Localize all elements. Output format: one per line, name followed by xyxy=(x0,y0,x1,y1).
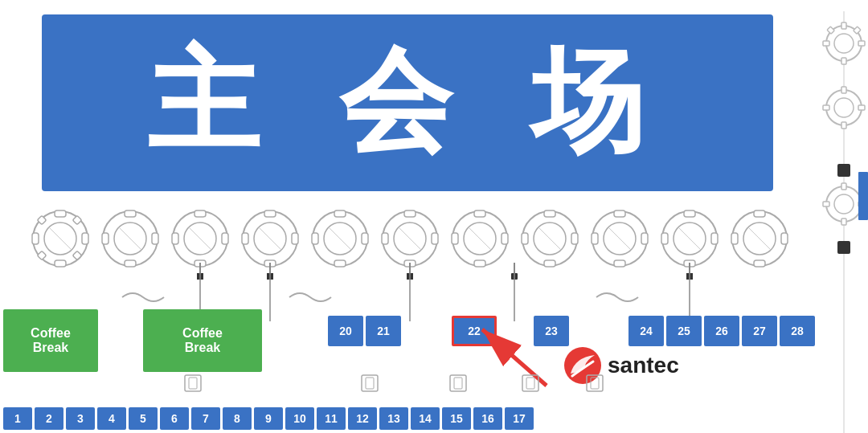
svg-rect-28 xyxy=(55,260,66,267)
svg-rect-55 xyxy=(292,233,298,244)
svg-rect-88 xyxy=(614,260,625,267)
booth-27[interactable]: 27 xyxy=(742,316,777,346)
round-tables-row: // Rendered inline below xyxy=(24,202,804,275)
booth-7[interactable]: 7 xyxy=(191,407,220,430)
svg-rect-15 xyxy=(837,164,850,177)
svg-rect-76 xyxy=(502,233,508,244)
booth-28[interactable]: 28 xyxy=(780,316,815,346)
svg-rect-13 xyxy=(858,105,865,110)
booth-10[interactable]: 10 xyxy=(285,407,314,430)
booth-16[interactable]: 16 xyxy=(473,407,502,430)
svg-rect-39 xyxy=(125,260,136,267)
svg-rect-89 xyxy=(592,233,598,244)
booth-25[interactable]: 25 xyxy=(666,316,702,346)
svg-rect-62 xyxy=(362,233,368,244)
svg-rect-61 xyxy=(312,233,318,244)
svg-rect-132 xyxy=(591,378,599,389)
svg-point-17 xyxy=(834,194,854,214)
svg-rect-60 xyxy=(334,260,346,267)
svg-rect-124 xyxy=(189,378,197,389)
main-hall-label: 主 会 场 xyxy=(147,27,668,179)
coffee-break-box-2: CoffeeBreak xyxy=(143,309,262,372)
svg-rect-90 xyxy=(641,233,648,244)
svg-rect-69 xyxy=(432,233,438,244)
booth-24[interactable]: 24 xyxy=(628,316,664,346)
svg-rect-74 xyxy=(474,260,485,267)
svg-rect-83 xyxy=(571,233,578,244)
booth-26[interactable]: 26 xyxy=(704,316,739,346)
svg-rect-40 xyxy=(102,233,108,244)
coffee-break-box-1: CoffeeBreak xyxy=(3,309,98,372)
svg-rect-59 xyxy=(334,210,346,217)
right-side-furniture xyxy=(820,11,868,433)
connectors xyxy=(24,273,804,321)
booth-1[interactable]: 1 xyxy=(3,407,32,430)
booth-23[interactable]: 23 xyxy=(534,316,569,346)
svg-rect-103 xyxy=(731,233,738,244)
svg-rect-29 xyxy=(32,233,39,244)
booth-4[interactable]: 4 xyxy=(97,407,126,430)
svg-rect-96 xyxy=(661,233,668,244)
svg-rect-128 xyxy=(454,378,462,389)
svg-rect-130 xyxy=(526,378,534,389)
svg-rect-75 xyxy=(452,233,458,244)
svg-rect-80 xyxy=(544,210,555,217)
svg-rect-82 xyxy=(522,233,528,244)
svg-rect-52 xyxy=(264,210,276,217)
svg-rect-12 xyxy=(841,122,846,129)
booth-14[interactable]: 14 xyxy=(411,407,440,430)
svg-rect-4 xyxy=(841,58,846,64)
svg-rect-102 xyxy=(754,260,765,267)
booth-9[interactable]: 9 xyxy=(254,407,283,430)
svg-rect-97 xyxy=(711,233,718,244)
svg-rect-19 xyxy=(841,219,846,225)
booth-12[interactable]: 12 xyxy=(348,407,377,430)
svg-rect-101 xyxy=(754,210,765,217)
lower-furniture xyxy=(24,371,619,395)
svg-rect-126 xyxy=(366,378,374,389)
svg-rect-30 xyxy=(82,233,88,244)
svg-rect-104 xyxy=(781,233,788,244)
coffee-break-label-2: CoffeeBreak xyxy=(182,326,223,355)
svg-rect-87 xyxy=(614,210,625,217)
svg-rect-23 xyxy=(858,172,868,220)
svg-rect-14 xyxy=(823,105,829,110)
svg-rect-41 xyxy=(152,233,158,244)
booth-13[interactable]: 13 xyxy=(379,407,408,430)
svg-point-10 xyxy=(834,98,854,117)
svg-rect-66 xyxy=(404,210,416,217)
svg-rect-47 xyxy=(172,233,178,244)
booth-22[interactable]: 22 xyxy=(452,316,497,346)
bottom-booths-row: 1 2 3 4 5 6 7 8 9 10 11 12 13 14 15 16 1… xyxy=(3,407,534,430)
svg-rect-68 xyxy=(382,233,388,244)
svg-rect-45 xyxy=(194,210,206,217)
coffee-break-label-1: CoffeeBreak xyxy=(31,326,71,355)
booth-3[interactable]: 3 xyxy=(66,407,95,430)
booth-8[interactable]: 8 xyxy=(223,407,252,430)
svg-rect-38 xyxy=(125,210,136,217)
svg-rect-27 xyxy=(55,210,66,217)
booth-15[interactable]: 15 xyxy=(442,407,471,430)
svg-rect-73 xyxy=(474,210,485,217)
booth-2[interactable]: 2 xyxy=(35,407,63,430)
booth-20[interactable]: 20 xyxy=(328,316,363,346)
booth-11[interactable]: 11 xyxy=(317,407,346,430)
svg-rect-6 xyxy=(823,41,829,46)
svg-rect-11 xyxy=(841,87,846,93)
main-hall-banner: 主 会 场 xyxy=(42,14,773,191)
svg-rect-5 xyxy=(858,41,865,46)
svg-rect-21 xyxy=(823,202,829,206)
booth-21[interactable]: 21 xyxy=(366,316,401,346)
svg-rect-22 xyxy=(837,241,850,254)
booth-5[interactable]: 5 xyxy=(129,407,158,430)
svg-point-2 xyxy=(834,34,854,53)
floor-plan: 主 会 场 xyxy=(0,0,868,433)
svg-rect-54 xyxy=(242,233,248,244)
svg-rect-18 xyxy=(841,183,846,190)
svg-rect-48 xyxy=(222,233,228,244)
booth-6[interactable]: 6 xyxy=(160,407,189,430)
svg-rect-81 xyxy=(544,260,555,267)
svg-rect-3 xyxy=(841,22,846,29)
booth-17[interactable]: 17 xyxy=(505,407,534,430)
svg-rect-94 xyxy=(684,210,695,217)
